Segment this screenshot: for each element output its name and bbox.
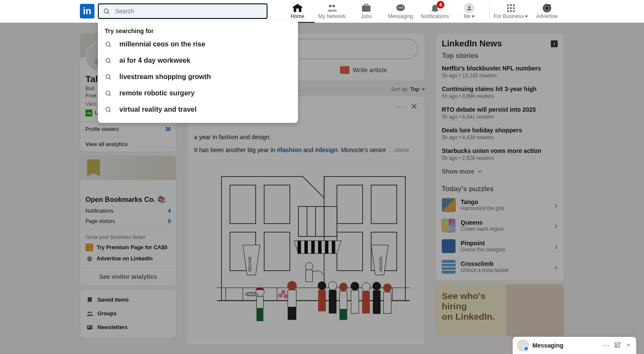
nav-messaging[interactable]: Messaging bbox=[383, 0, 418, 23]
nav-notifications[interactable]: 4 Notifications bbox=[418, 0, 452, 23]
svg-point-4 bbox=[106, 58, 110, 62]
search-suggestion[interactable]: virtual reality and travel bbox=[98, 101, 298, 118]
svg-rect-21 bbox=[513, 4, 515, 6]
global-navbar: in Try searching for millennial ceos on … bbox=[0, 0, 644, 23]
search-suggestion[interactable]: millennial ceos on the rise bbox=[98, 36, 298, 52]
nav-label: Notifications bbox=[421, 13, 449, 19]
nav-business[interactable]: For Business bbox=[492, 0, 530, 23]
chevron-up-icon[interactable] bbox=[625, 342, 632, 348]
svg-rect-20 bbox=[510, 4, 512, 6]
messaging-icon bbox=[395, 3, 406, 13]
search-icon bbox=[105, 90, 112, 97]
search-suggestions-header: Try searching for bbox=[98, 24, 298, 36]
nav-home[interactable]: Home bbox=[280, 0, 315, 23]
svg-point-10 bbox=[106, 107, 110, 111]
svg-point-29 bbox=[546, 7, 548, 9]
search-icon bbox=[105, 57, 112, 64]
svg-point-16 bbox=[400, 7, 401, 8]
svg-line-3 bbox=[109, 46, 111, 47]
search-suggestion[interactable]: livestream shopping growth bbox=[98, 69, 298, 85]
nav-network[interactable]: My Network bbox=[315, 0, 349, 23]
notification-badge: 4 bbox=[437, 1, 444, 9]
svg-point-8 bbox=[106, 91, 110, 95]
jobs-icon bbox=[361, 3, 371, 13]
svg-line-1 bbox=[108, 12, 109, 14]
nav-label: Me bbox=[464, 13, 475, 19]
search-suggestions-dropdown: Try searching for millennial ceos on the… bbox=[98, 21, 298, 123]
svg-point-13 bbox=[332, 5, 335, 7]
svg-point-17 bbox=[402, 7, 403, 8]
svg-rect-19 bbox=[507, 4, 509, 6]
compose-icon[interactable] bbox=[614, 342, 621, 348]
search-suggestion[interactable]: ai for 4 day workweek bbox=[98, 52, 298, 69]
svg-point-2 bbox=[106, 42, 110, 46]
network-icon bbox=[327, 3, 337, 13]
svg-line-9 bbox=[109, 95, 111, 96]
nav-jobs[interactable]: Jobs bbox=[349, 0, 383, 23]
nav-me[interactable]: Me bbox=[452, 0, 486, 23]
target-icon bbox=[542, 3, 552, 13]
suggestion-text: livestream shopping growth bbox=[119, 73, 211, 81]
search-icon bbox=[105, 41, 112, 48]
nav-label: Home bbox=[291, 13, 304, 19]
search-suggestion[interactable]: remote robotic surgery bbox=[98, 85, 298, 101]
svg-rect-27 bbox=[513, 10, 515, 12]
avatar-icon bbox=[464, 3, 474, 13]
nav-label: Jobs bbox=[361, 13, 371, 19]
svg-line-5 bbox=[109, 62, 111, 63]
svg-point-0 bbox=[104, 9, 108, 13]
svg-line-7 bbox=[109, 78, 111, 79]
search-icon bbox=[105, 73, 112, 80]
home-icon bbox=[292, 3, 303, 13]
search-icon bbox=[103, 8, 110, 15]
messaging-bar[interactable]: Messaging ⋯ bbox=[513, 337, 636, 348]
svg-point-6 bbox=[106, 75, 110, 79]
svg-rect-22 bbox=[507, 7, 509, 9]
svg-point-12 bbox=[329, 5, 331, 7]
nav-label: For Business bbox=[494, 13, 528, 19]
search-container: Try searching for millennial ceos on the… bbox=[98, 3, 267, 19]
more-icon[interactable]: ⋯ bbox=[603, 342, 610, 348]
nav-label: My Network bbox=[318, 13, 345, 19]
avatar-icon bbox=[517, 339, 529, 348]
svg-rect-24 bbox=[513, 7, 515, 9]
suggestion-text: remote robotic surgery bbox=[119, 89, 194, 97]
svg-rect-25 bbox=[507, 10, 509, 12]
nav-label: Advertise bbox=[536, 13, 558, 19]
svg-rect-26 bbox=[510, 10, 512, 12]
search-input[interactable] bbox=[98, 3, 267, 19]
messaging-label: Messaging bbox=[532, 342, 599, 348]
linkedin-logo[interactable]: in bbox=[80, 4, 94, 18]
grid-icon bbox=[506, 3, 516, 13]
svg-point-15 bbox=[398, 7, 399, 8]
svg-line-11 bbox=[109, 111, 111, 112]
nav-advertise[interactable]: Advertise bbox=[530, 0, 564, 23]
suggestion-text: ai for 4 day workweek bbox=[119, 57, 190, 64]
nav-label: Messaging bbox=[388, 13, 413, 19]
svg-rect-23 bbox=[510, 7, 512, 9]
svg-point-18 bbox=[468, 6, 471, 8]
suggestion-text: virtual reality and travel bbox=[119, 106, 197, 113]
suggestion-text: millennial ceos on the rise bbox=[119, 40, 205, 48]
search-icon bbox=[105, 106, 112, 113]
